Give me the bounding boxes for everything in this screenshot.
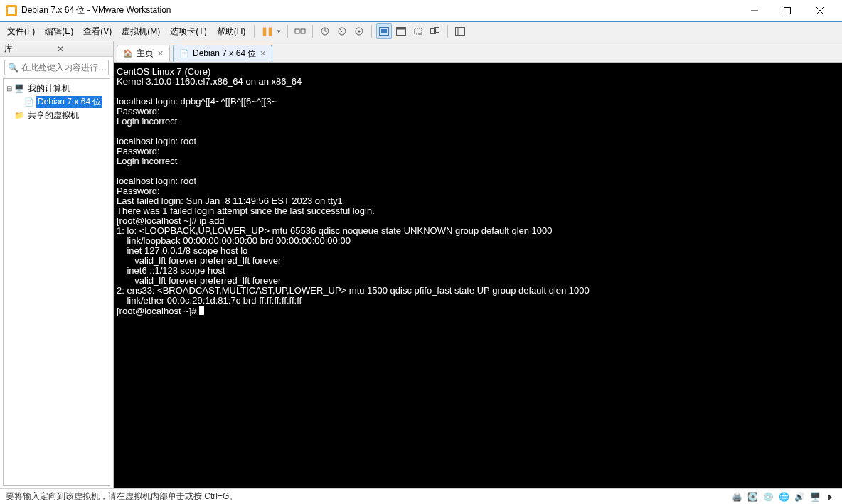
sidebar-close-button[interactable]: ✕	[57, 44, 110, 54]
terminal-line: localhost login: dpbg^[[4~^[[B^[[6~^[[3~	[117, 96, 277, 107]
tree-vm-debian[interactable]: 📄 Debian 7.x 64 位	[5, 95, 108, 109]
display-icon[interactable]: 🖥️	[809, 491, 821, 503]
terminal-line: [root@localhost ~]#	[117, 306, 199, 316]
terminal-line: link/ether 00:0c:29:1d:81:7c brd ff:ff:f…	[117, 295, 302, 306]
unity-icon	[430, 27, 440, 36]
vm-console[interactable]: CentOS Linux 7 (Core) Kernel 3.10.0-1160…	[114, 63, 842, 488]
terminal-line: valid_lft forever preferred_lft forever	[117, 275, 281, 286]
expander-icon[interactable]: ⊟	[5, 85, 14, 92]
app-icon	[6, 5, 17, 16]
svg-point-11	[358, 31, 361, 33]
svg-rect-17	[431, 29, 436, 34]
console-icon	[396, 27, 406, 36]
library-icon	[455, 27, 465, 36]
disk-icon[interactable]: 💽	[747, 491, 758, 503]
terminal-line: localhost login: root	[117, 136, 196, 146]
search-box[interactable]: 🔍 ▼	[4, 60, 109, 75]
svg-rect-16	[415, 28, 422, 34]
maximize-button[interactable]	[771, 0, 804, 21]
terminal-cursor	[199, 306, 204, 315]
sound-icon[interactable]: 🔊	[794, 491, 805, 503]
home-icon: 🏠	[123, 49, 133, 58]
content-pane: 🏠 主页 ✕ 📄 Debian 7.x 64 位 ✕ CentOS Linux …	[114, 41, 842, 488]
tab-close-button[interactable]: ✕	[260, 49, 266, 58]
menubar: 文件(F) 编辑(E) 查看(V) 虚拟机(M) 选项卡(T) 帮助(H) ❚❚…	[0, 21, 842, 41]
revert-icon	[337, 26, 347, 36]
svg-rect-19	[456, 28, 465, 36]
library-button[interactable]	[452, 23, 468, 39]
maximize-icon	[784, 7, 791, 14]
terminal-line: Password:	[117, 186, 160, 196]
tab-debian[interactable]: 📄 Debian 7.x 64 位 ✕	[173, 45, 272, 62]
sidebar-title: 库	[4, 43, 57, 55]
separator	[254, 25, 255, 38]
snapshot-icon	[320, 26, 330, 36]
computer-icon: 🖥️	[14, 84, 25, 94]
minimize-button[interactable]	[738, 0, 771, 21]
tree-label: 我的计算机	[26, 82, 72, 95]
shared-icon: 📁	[14, 111, 25, 121]
printer-icon[interactable]: 🖨️	[731, 491, 742, 503]
terminal-line: CentOS Linux 7 (Core)	[117, 66, 210, 77]
network-icon[interactable]: 🌐	[778, 491, 789, 503]
chevron-icon[interactable]: ⏵	[825, 491, 836, 503]
tab-home[interactable]: 🏠 主页 ✕	[117, 45, 170, 62]
terminal-line: [root@localhost ~]# ip add	[117, 215, 225, 226]
usb-button[interactable]	[292, 23, 308, 39]
fullscreen-button[interactable]	[410, 23, 426, 39]
manage-snapshots-button[interactable]	[351, 23, 367, 39]
fullscreen-icon	[413, 27, 423, 36]
terminal-line: Last failed login: Sun Jan 8 11:49:56 ES…	[117, 195, 343, 206]
separator	[287, 25, 288, 38]
console-view-button[interactable]	[393, 23, 409, 39]
menu-vm[interactable]: 虚拟机(M)	[117, 23, 164, 40]
menu-file[interactable]: 文件(F)	[3, 23, 39, 40]
tree-root-mycomputer[interactable]: ⊟ 🖥️ 我的计算机	[5, 82, 108, 95]
terminal-line: Login incorrect	[117, 156, 177, 166]
fit-icon	[379, 27, 389, 36]
tabbar: 🏠 主页 ✕ 📄 Debian 7.x 64 位 ✕	[114, 41, 842, 63]
separator	[447, 25, 448, 38]
menu-view[interactable]: 查看(V)	[79, 23, 116, 40]
vm-tab-icon: 📄	[179, 49, 189, 58]
search-input[interactable]	[21, 63, 128, 73]
revert-button[interactable]	[334, 23, 350, 39]
sidebar: 库 ✕ 🔍 ▼ ⊟ 🖥️ 我的计算机 📄 Debian 7.x 64 位 📁 共…	[0, 41, 114, 488]
expander-icon[interactable]	[5, 112, 14, 119]
tab-label: Debian 7.x 64 位	[193, 48, 256, 60]
vm-tree: ⊟ 🖥️ 我的计算机 📄 Debian 7.x 64 位 📁 共享的虚拟机	[3, 78, 110, 486]
close-button[interactable]	[804, 0, 836, 21]
svg-rect-13	[381, 29, 387, 33]
tab-close-button[interactable]: ✕	[157, 49, 164, 58]
terminal-line: inet6 ::1/128 scope host	[117, 265, 225, 276]
terminal-line: 2: ens33: <BROADCAST,MULTICAST,UP,LOWER_…	[117, 285, 590, 296]
terminal-line: valid_lft forever preferred_lft forever	[117, 255, 281, 266]
snapshot-button[interactable]	[317, 23, 333, 39]
power-dropdown[interactable]: ▼	[275, 28, 283, 35]
svg-rect-18	[435, 28, 439, 33]
status-text: 要将输入定向到该虚拟机，请在虚拟机内部单击或按 Ctrl+G。	[6, 490, 238, 503]
terminal-line: Kernel 3.10.0-1160.el7.x86_64 on an x86_…	[117, 76, 302, 87]
tree-shared-vms[interactable]: 📁 共享的虚拟机	[5, 109, 108, 122]
snapshots-icon	[354, 26, 364, 36]
pause-button[interactable]: ❚❚	[259, 23, 275, 39]
svg-rect-1	[784, 7, 791, 14]
separator	[371, 25, 372, 38]
menu-help[interactable]: 帮助(H)	[213, 23, 250, 40]
menu-edit[interactable]: 编辑(E)	[41, 23, 78, 40]
titlebar: Debian 7.x 64 位 - VMware Workstation	[0, 0, 842, 21]
cd-icon[interactable]: 💿	[762, 491, 774, 503]
unity-button[interactable]	[427, 23, 443, 39]
main-area: 库 ✕ 🔍 ▼ ⊟ 🖥️ 我的计算机 📄 Debian 7.x 64 位 📁 共…	[0, 41, 842, 488]
separator	[312, 25, 313, 38]
svg-rect-4	[295, 29, 299, 33]
terminal-line: inet 127.0.0.1/8 scope host lo	[117, 245, 247, 256]
fit-guest-button[interactable]	[376, 23, 392, 39]
menu-tabs[interactable]: 选项卡(T)	[166, 23, 210, 40]
sidebar-header: 库 ✕	[0, 41, 113, 57]
usb-icon	[294, 26, 306, 36]
terminal-line: localhost login: root	[117, 176, 196, 186]
minimize-icon	[751, 7, 758, 14]
status-device-icons: 🖨️ 💽 💿 🌐 🔊 🖥️ ⏵	[731, 491, 836, 503]
search-icon: 🔍	[8, 63, 18, 73]
